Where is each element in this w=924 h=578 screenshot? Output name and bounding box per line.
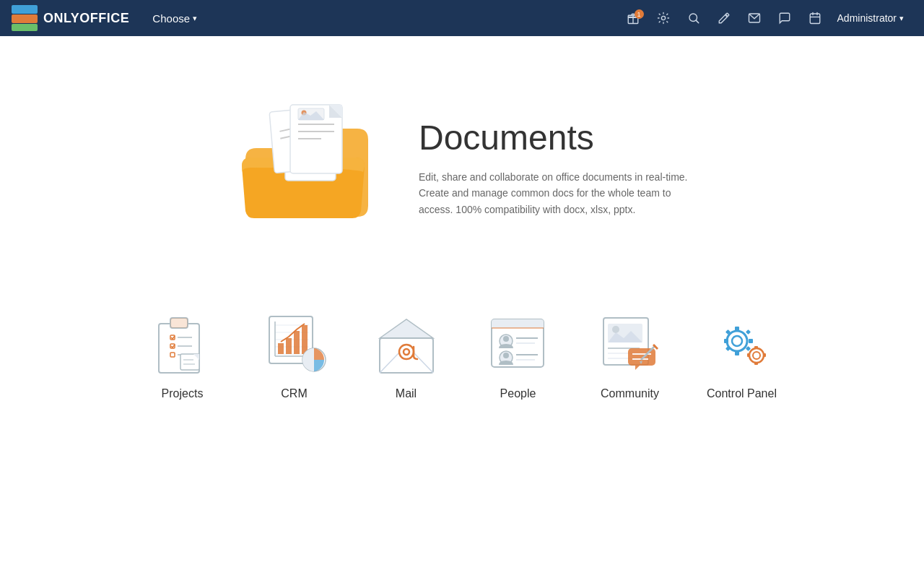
svg-rect-54 [294, 331, 300, 354]
hero-text: Documents Edit, share and collaborate on… [419, 118, 693, 217]
module-control-panel-label: Control Panel [707, 387, 777, 400]
mail-icon [374, 311, 439, 376]
module-projects-label: Projects [162, 387, 204, 400]
svg-rect-105 [747, 353, 750, 357]
svg-rect-35 [170, 318, 188, 328]
module-projects[interactable]: Projects [130, 299, 235, 412]
mail-button[interactable] [741, 7, 768, 29]
svg-marker-59 [380, 319, 433, 338]
admin-chevron-icon: ▾ [899, 14, 904, 23]
svg-line-8 [696, 20, 698, 22]
svg-point-79 [612, 326, 619, 333]
svg-point-6 [661, 16, 665, 20]
svg-point-101 [749, 348, 764, 363]
community-icon [598, 311, 663, 376]
svg-point-102 [753, 352, 760, 359]
hero-description: Edit, share and collaborate on office do… [419, 169, 693, 217]
module-people[interactable]: People [466, 299, 570, 412]
module-people-label: People [500, 387, 536, 400]
module-control-panel[interactable]: Control Panel [689, 299, 794, 412]
mail-icon [748, 12, 761, 25]
svg-point-74 [503, 353, 509, 358]
admin-label: Administrator [837, 12, 897, 24]
svg-rect-103 [754, 346, 758, 349]
navbar-icons: 1 [619, 7, 829, 29]
settings-icon [657, 12, 670, 25]
documents-illustration[interactable] [231, 94, 375, 241]
modules-section: Projects [101, 285, 823, 441]
svg-rect-104 [754, 362, 758, 365]
svg-rect-95 [724, 339, 728, 343]
navbar: ONLYOFFICE Choose ▾ 1 [0, 0, 924, 36]
module-crm[interactable]: CRM [242, 299, 346, 412]
module-mail[interactable]: Mail [354, 299, 458, 412]
svg-rect-93 [735, 327, 739, 331]
hero-section: Documents Edit, share and collaborate on… [137, 36, 787, 285]
choose-label: Choose [152, 12, 190, 25]
module-mail-label: Mail [396, 387, 417, 400]
calendar-button[interactable] [801, 7, 829, 29]
svg-rect-106 [763, 353, 766, 357]
search-icon [687, 12, 700, 25]
svg-rect-96 [749, 339, 753, 343]
control-panel-icon [710, 311, 775, 376]
main-content: Documents Edit, share and collaborate on… [0, 36, 924, 441]
settings-button[interactable] [650, 7, 677, 29]
hero-title: Documents [419, 118, 693, 158]
pen-icon [718, 12, 731, 25]
svg-rect-10 [810, 14, 820, 24]
choose-menu[interactable]: Choose ▾ [144, 12, 206, 25]
gift-badge: 1 [635, 9, 644, 19]
gift-button[interactable]: 1 [619, 7, 647, 29]
documents-svg [231, 94, 375, 238]
logo-text: ONLYOFFICE [43, 11, 129, 26]
svg-rect-2 [12, 24, 38, 31]
svg-point-92 [732, 336, 742, 346]
chat-icon [778, 12, 791, 25]
logo[interactable]: ONLYOFFICE [12, 5, 129, 31]
svg-rect-53 [286, 338, 292, 354]
svg-rect-55 [302, 325, 308, 354]
chat-button[interactable] [771, 7, 798, 29]
svg-point-70 [503, 336, 509, 342]
logo-icon [12, 5, 38, 31]
svg-marker-85 [635, 366, 640, 370]
svg-rect-52 [278, 343, 284, 354]
admin-menu[interactable]: Administrator ▾ [829, 12, 912, 24]
module-community-label: Community [601, 387, 659, 400]
svg-rect-98 [745, 329, 750, 335]
svg-rect-84 [628, 348, 655, 366]
calendar-icon [808, 12, 821, 25]
pen-button[interactable] [710, 7, 738, 29]
module-crm-label: CRM [281, 387, 307, 400]
svg-rect-1 [12, 14, 38, 23]
choose-chevron-icon: ▾ [193, 14, 197, 23]
crm-icon [262, 311, 327, 376]
svg-rect-94 [735, 351, 739, 355]
projects-icon [150, 311, 215, 376]
people-icon [486, 311, 551, 376]
svg-rect-0 [12, 5, 38, 14]
module-community[interactable]: Community [578, 299, 682, 412]
search-button[interactable] [680, 7, 707, 29]
